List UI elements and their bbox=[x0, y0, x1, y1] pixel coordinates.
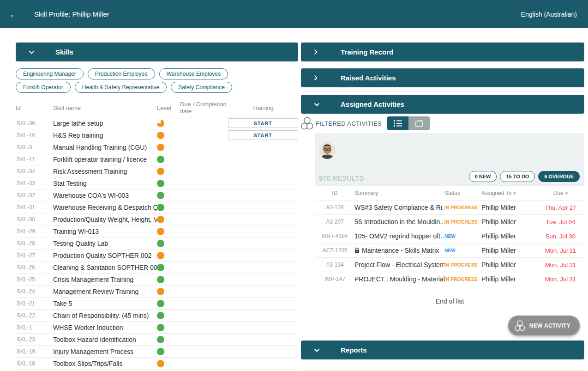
chevron-down-icon bbox=[314, 103, 320, 106]
calendar-view-button[interactable] bbox=[408, 116, 430, 130]
level-indicator bbox=[157, 336, 164, 343]
count-badge[interactable]: 0 NEW bbox=[469, 171, 497, 182]
table-row[interactable]: SKL-10H&S Rep trainingSTART bbox=[16, 129, 298, 141]
table-row[interactable]: A3-2075S Introduction in the Mouldin...I… bbox=[315, 214, 584, 229]
skill-chip[interactable]: Production Employee bbox=[88, 68, 155, 79]
activity-assigned-to: Phillip Miller bbox=[481, 275, 537, 283]
skill-chip[interactable]: Warehouse Employee bbox=[159, 68, 228, 79]
skill-name: Stat Testing bbox=[53, 180, 157, 187]
language-selector[interactable]: English (Australian) bbox=[521, 11, 577, 18]
table-row[interactable]: IMP-147PROJECT : Moulding - Material...I… bbox=[315, 272, 584, 286]
level-indicator bbox=[157, 192, 164, 199]
activity-summary: Project Flow - Electrical System bbox=[354, 261, 444, 268]
activity-assigned-to: Phillip Miller bbox=[481, 261, 537, 268]
training-record-panel-header[interactable]: Training Record bbox=[301, 43, 584, 61]
results-row: 970 RESULTS 0 NEW15 TO DO6 OVERDUE bbox=[319, 171, 580, 182]
assigned-activities-title: Assigned Activities bbox=[341, 100, 404, 108]
activity-assigned-to: Phillip Miller bbox=[481, 218, 537, 225]
skill-name: Cleaning & Sanitation SOPTHER 003 bbox=[53, 264, 157, 271]
table-row[interactable]: SKL-30Production/Quality Weight, Height,… bbox=[16, 213, 298, 225]
avatar[interactable] bbox=[319, 142, 336, 159]
main-content: Skills Engineering ManagerProduction Emp… bbox=[0, 28, 588, 371]
table-row[interactable]: SKL-26Cleaning & Sanitation SOPTHER 003 bbox=[16, 262, 298, 274]
table-row[interactable]: A3-134Project Flow - Electrical SystemIN… bbox=[315, 257, 584, 272]
activity-due-date: Mon, Jul 31 bbox=[537, 262, 584, 268]
skills-panel-title: Skills bbox=[55, 48, 73, 56]
level-indicator bbox=[157, 276, 164, 283]
table-row[interactable]: SKL-21Take 5 bbox=[16, 298, 298, 310]
skills-panel-header[interactable]: Skills bbox=[16, 43, 298, 61]
col-skill-name: Skill name bbox=[53, 104, 157, 111]
table-row[interactable]: SKL-3Manual Handling Training (CGU) bbox=[16, 141, 298, 153]
col-level: Level bbox=[157, 104, 180, 111]
col-id: Id bbox=[16, 104, 53, 111]
table-row[interactable]: SKL-31Warehouse Receiving & Despatch QP.… bbox=[16, 201, 298, 213]
skill-chip[interactable]: Health & Safety Representative bbox=[75, 82, 167, 93]
level-indicator bbox=[157, 312, 164, 319]
table-row[interactable]: SKL-1WHSE Worker Induction bbox=[16, 322, 298, 334]
table-row[interactable]: MNT-4384105- OMV2 regrind hopper oft...N… bbox=[315, 229, 584, 243]
count-badge[interactable]: 15 TO DO bbox=[500, 171, 535, 182]
table-row[interactable]: SKL-19Injury Management Process bbox=[16, 346, 298, 358]
level-indicator bbox=[157, 300, 164, 307]
skill-id: SKL-3 bbox=[16, 144, 53, 151]
skill-level-cell bbox=[157, 335, 180, 343]
col-activity-id: ID bbox=[315, 190, 354, 196]
assigned-activities-panel-header[interactable]: Assigned Activities bbox=[301, 95, 584, 114]
raised-activities-panel-header[interactable]: Raised Activities bbox=[301, 68, 584, 87]
list-view-button[interactable] bbox=[387, 116, 408, 130]
skill-id: SKL-28 bbox=[16, 240, 53, 247]
activities-section: Training Record Raised Activities Assign… bbox=[301, 43, 584, 371]
activity-assigned-to: Phillip Miller bbox=[481, 247, 537, 254]
skill-id: SKL-26 bbox=[16, 264, 53, 271]
sort-caret-icon: ▾ bbox=[513, 190, 516, 196]
skill-name: Risk Assessment Training bbox=[53, 168, 157, 175]
start-training-button[interactable]: START bbox=[228, 118, 298, 128]
table-row[interactable]: SKL-25Crisis Management Training bbox=[16, 274, 298, 286]
skill-level-cell bbox=[157, 227, 180, 235]
col-assigned-to[interactable]: Assigned To▾ bbox=[481, 190, 537, 196]
activity-id: IMP-147 bbox=[315, 276, 354, 282]
end-of-list-wrap: End of list bbox=[315, 297, 584, 305]
table-row[interactable]: SKL-32Warehouse COA's WI-003 bbox=[16, 189, 298, 201]
skill-chip[interactable]: Forklift Operator bbox=[16, 82, 71, 93]
table-row[interactable]: SKL-34Risk Assessment Training bbox=[16, 165, 298, 177]
activity-due-date: Thu, Apr 27 bbox=[537, 204, 584, 211]
back-arrow-icon[interactable]: ← bbox=[9, 9, 23, 20]
table-row[interactable]: SKL-22Chain of Responsibility. (45 mins) bbox=[16, 310, 298, 322]
table-row[interactable]: SKL-18Toolbox Slips/Trips/Falls bbox=[16, 358, 298, 370]
level-indicator bbox=[157, 240, 164, 247]
new-activity-button[interactable]: NEW ACTIVITY bbox=[508, 316, 580, 335]
count-badge[interactable]: 6 OVERDUE bbox=[538, 171, 580, 182]
skill-chip[interactable]: Safety Compliance bbox=[171, 82, 232, 93]
table-row[interactable]: SKL-36Large lathe setupSTART bbox=[16, 117, 298, 129]
col-due[interactable]: Due▾ bbox=[537, 190, 584, 196]
skill-name: Toolbox Hazard Identification bbox=[53, 336, 157, 343]
table-row[interactable]: SKL-28Testing Quality Lab bbox=[16, 237, 298, 249]
skill-chip[interactable]: Engineering Manager bbox=[16, 68, 84, 79]
skill-id: SKL-24 bbox=[16, 288, 53, 295]
table-row[interactable]: SKL-29Training WI-013 bbox=[16, 225, 298, 237]
level-indicator bbox=[157, 252, 164, 259]
skill-level-cell bbox=[157, 239, 180, 247]
skill-level-cell bbox=[157, 251, 180, 259]
reports-panel-header[interactable]: Reports bbox=[301, 341, 584, 359]
table-row[interactable]: SKL-24Management Review Training bbox=[16, 286, 298, 298]
skill-name: Take 5 bbox=[53, 300, 157, 307]
skill-name: Forklift operator training / licence bbox=[53, 156, 157, 163]
level-indicator bbox=[157, 324, 164, 331]
level-indicator bbox=[157, 180, 164, 187]
table-row[interactable]: SKL-33Stat Testing bbox=[16, 177, 298, 189]
table-row[interactable]: SKL-23Toolbox Hazard Identification bbox=[16, 334, 298, 346]
table-row[interactable]: SKL-27Production Quality SOPTHER 002 bbox=[16, 249, 298, 262]
start-training-button[interactable]: START bbox=[228, 130, 298, 140]
table-row[interactable]: ACT-1205Maintenance - Skills MatrixNEWPh… bbox=[315, 243, 584, 257]
skill-level-cell bbox=[157, 275, 180, 283]
skill-name: Crisis Management Training bbox=[53, 276, 157, 283]
activities-table: ID Summary Status Assigned To▾ Due▾ A3-1… bbox=[315, 186, 584, 286]
activity-due-date: Sun, Jul 30 bbox=[537, 233, 584, 240]
skill-id: SKL-36 bbox=[16, 120, 53, 127]
page-title: Skill Profile: Phillip Miller bbox=[34, 10, 521, 18]
table-row[interactable]: A3-126WS#3 Safety Compliance & Ri...IN P… bbox=[315, 200, 584, 214]
table-row[interactable]: SKL-11Forklift operator training / licen… bbox=[16, 153, 298, 165]
